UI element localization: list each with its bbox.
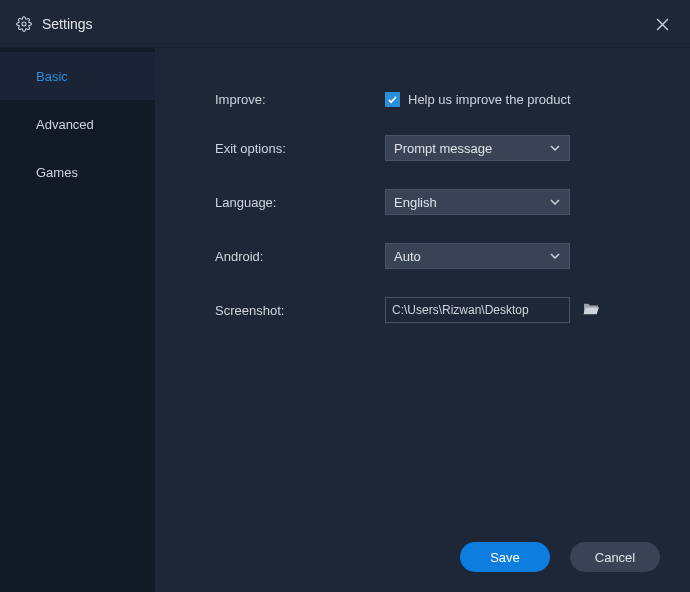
footer: Save Cancel: [460, 542, 660, 572]
screenshot-path-value: C:\Users\Rizwan\Desktop: [392, 303, 529, 317]
chevron-down-icon: [549, 196, 561, 208]
sidebar-item-label: Games: [36, 165, 78, 180]
sidebar-item-advanced[interactable]: Advanced: [0, 100, 155, 148]
folder-open-icon: [582, 302, 600, 319]
titlebar: Settings: [0, 0, 690, 48]
language-select[interactable]: English: [385, 189, 570, 215]
body: Basic Advanced Games Improve: Help us im…: [0, 48, 690, 592]
svg-point-0: [22, 22, 26, 26]
improve-checkbox-label[interactable]: Help us improve the product: [408, 92, 571, 107]
improve-label: Improve:: [215, 92, 385, 107]
sidebar-item-games[interactable]: Games: [0, 148, 155, 196]
save-button[interactable]: Save: [460, 542, 550, 572]
exit-label: Exit options:: [215, 141, 385, 156]
cancel-button-label: Cancel: [595, 550, 635, 565]
browse-button[interactable]: [582, 302, 600, 319]
window-title: Settings: [42, 16, 93, 32]
language-select-value: English: [394, 195, 437, 210]
main-panel: Improve: Help us improve the product Exi…: [155, 48, 690, 592]
sidebar-item-label: Advanced: [36, 117, 94, 132]
sidebar: Basic Advanced Games: [0, 48, 155, 592]
improve-checkbox[interactable]: [385, 92, 400, 107]
chevron-down-icon: [549, 142, 561, 154]
screenshot-label: Screenshot:: [215, 303, 385, 318]
exit-select[interactable]: Prompt message: [385, 135, 570, 161]
sidebar-item-label: Basic: [36, 69, 68, 84]
android-label: Android:: [215, 249, 385, 264]
android-select-value: Auto: [394, 249, 421, 264]
row-improve: Improve: Help us improve the product: [155, 92, 690, 107]
close-button[interactable]: [646, 8, 678, 40]
screenshot-path-wrap: C:\Users\Rizwan\Desktop: [385, 297, 600, 323]
improve-checkbox-wrap: Help us improve the product: [385, 92, 571, 107]
chevron-down-icon: [549, 250, 561, 262]
row-screenshot: Screenshot: C:\Users\Rizwan\Desktop: [155, 297, 690, 323]
android-select[interactable]: Auto: [385, 243, 570, 269]
sidebar-item-basic[interactable]: Basic: [0, 52, 155, 100]
language-label: Language:: [215, 195, 385, 210]
gear-icon: [16, 16, 32, 32]
row-android: Android: Auto: [155, 243, 690, 269]
row-language: Language: English: [155, 189, 690, 215]
cancel-button[interactable]: Cancel: [570, 542, 660, 572]
exit-select-value: Prompt message: [394, 141, 492, 156]
save-button-label: Save: [490, 550, 520, 565]
screenshot-path-input[interactable]: C:\Users\Rizwan\Desktop: [385, 297, 570, 323]
row-exit: Exit options: Prompt message: [155, 135, 690, 161]
